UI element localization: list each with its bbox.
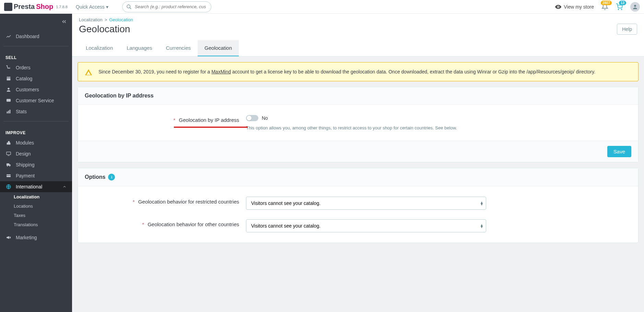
view-store-label: View my store: [564, 4, 594, 10]
quick-access-menu[interactable]: Quick Access ▾: [76, 4, 108, 10]
form-row-geolocation-ip: * Geolocation by IP address No This opti…: [85, 115, 631, 130]
sidebar-item-catalog[interactable]: Catalog: [0, 73, 72, 84]
card-body: * Geolocation behavior for restricted co…: [78, 186, 638, 243]
quick-access-label: Quick Access: [76, 4, 105, 10]
title-row: Geolocation Help: [79, 24, 637, 40]
card-header: Geolocation by IP address: [78, 87, 638, 105]
info-icon[interactable]: i: [108, 174, 115, 181]
tab-languages[interactable]: Languages: [120, 40, 159, 56]
sidebar-item-label: International: [16, 184, 42, 189]
sidebar-item-label: Customers: [16, 87, 39, 92]
sidebar-sub-taxes[interactable]: Taxes: [0, 211, 72, 220]
svg-rect-9: [10, 110, 11, 114]
svg-point-3: [621, 9, 622, 10]
sidebar-section-improve: IMPROVE: [0, 126, 72, 137]
sidebar-sub-translations[interactable]: Translations: [0, 220, 72, 229]
sidebar-item-orders[interactable]: Orders: [0, 62, 72, 73]
sidebar-item-design[interactable]: Design: [0, 148, 72, 159]
help-button[interactable]: Help: [617, 24, 637, 35]
page-header: Localization > Geolocation Geolocation H…: [72, 14, 644, 40]
svg-rect-18: [88, 74, 89, 74]
tabs: Localization Languages Currencies Geoloc…: [72, 40, 644, 57]
sidebar-item-customers[interactable]: Customers: [0, 84, 72, 95]
save-button[interactable]: Save: [607, 146, 631, 157]
chat-icon: [5, 98, 12, 103]
sidebar-item-stats[interactable]: Stats: [0, 106, 72, 117]
required-mark: *: [142, 221, 144, 227]
topbar: PrestaShop 1.7.8.8 Quick Access ▾ View m…: [0, 0, 644, 14]
card-icon: [5, 173, 12, 178]
chevron-down-icon: ▾: [106, 4, 108, 10]
svg-point-0: [127, 5, 130, 8]
notifications-button[interactable]: 2807: [601, 3, 608, 10]
trending-icon: [5, 34, 12, 39]
help-text: This option allows you, among other thin…: [246, 125, 631, 130]
sidebar-sub-localization[interactable]: Localization: [0, 192, 72, 201]
svg-rect-6: [7, 99, 11, 102]
card-options: Options i * Geolocation behavior for res…: [78, 168, 639, 243]
sidebar-item-label: Orders: [16, 65, 31, 70]
sidebar-item-modules[interactable]: Modules: [0, 137, 72, 148]
cart-button[interactable]: 13: [616, 3, 623, 10]
divider: [3, 46, 69, 46]
card-geolocation-ip: Geolocation by IP address * Geolocation …: [78, 87, 639, 162]
chevron-up-icon: [62, 185, 67, 189]
required-mark: *: [173, 117, 175, 123]
svg-point-5: [8, 88, 9, 90]
svg-rect-10: [7, 152, 11, 155]
search-wrap: [122, 1, 211, 12]
form-label: * Geolocation behavior for other countri…: [85, 219, 246, 227]
tab-geolocation[interactable]: Geolocation: [198, 40, 239, 56]
user-icon: [5, 87, 12, 92]
select-restricted-behavior[interactable]: Visitors cannot see your catalog.: [246, 197, 486, 210]
cart-icon: [5, 65, 12, 70]
svg-rect-8: [8, 111, 9, 113]
main-content: Localization > Geolocation Geolocation H…: [72, 0, 644, 312]
sidebar-sub-locations[interactable]: Locations: [0, 201, 72, 211]
sidebar-item-label: Stats: [16, 109, 27, 114]
svg-line-1: [130, 8, 131, 9]
breadcrumb-leaf[interactable]: Geolocation: [109, 17, 133, 22]
warning-icon: [85, 69, 92, 76]
sidebar-item-shipping[interactable]: Shipping: [0, 159, 72, 170]
avatar[interactable]: [630, 2, 640, 12]
label-text: Geolocation by IP address: [179, 117, 239, 123]
svg-rect-7: [7, 112, 8, 113]
logo[interactable]: PrestaShop: [4, 3, 53, 11]
sidebar-item-international[interactable]: International: [0, 181, 72, 192]
form-control: Visitors cannot see your catalog. ▴▾: [246, 219, 631, 232]
alert-link-maxmind[interactable]: MaxMind: [211, 69, 231, 74]
form-control: Visitors cannot see your catalog. ▴▾: [246, 197, 631, 210]
toggle-value: No: [262, 115, 268, 121]
toggle-wrap: No: [246, 115, 631, 121]
breadcrumb-root[interactable]: Localization: [79, 17, 103, 22]
svg-point-13: [9, 166, 10, 167]
logo-text-shop: Shop: [36, 3, 53, 11]
card-footer: Save: [78, 141, 638, 162]
sidebar-item-marketing[interactable]: Marketing: [0, 232, 72, 243]
sidebar-item-label: Payment: [16, 173, 35, 178]
card-body: * Geolocation by IP address No This opti…: [78, 105, 638, 141]
sidebar-item-label: Design: [16, 151, 31, 157]
logo-text-presta: Presta: [14, 3, 35, 11]
red-underline: [174, 127, 248, 128]
globe-icon: [5, 184, 12, 189]
toggle-geolocation-ip[interactable]: [246, 115, 258, 121]
truck-icon: [5, 162, 12, 167]
svg-point-12: [7, 166, 8, 167]
view-store-link[interactable]: View my store: [555, 3, 594, 10]
select-other-behavior[interactable]: Visitors cannot see your catalog.: [246, 219, 486, 232]
tab-currencies[interactable]: Currencies: [159, 40, 198, 56]
card-header: Options i: [78, 168, 638, 186]
store-icon: [5, 76, 12, 81]
tab-localization[interactable]: Localization: [79, 40, 120, 56]
eye-icon: [555, 3, 562, 10]
sidebar-item-dashboard[interactable]: Dashboard: [0, 31, 72, 42]
search-input[interactable]: [122, 1, 211, 12]
select-wrap: Visitors cannot see your catalog. ▴▾: [246, 219, 486, 232]
sidebar-item-customer-service[interactable]: Customer Service: [0, 95, 72, 106]
collapse-sidebar-button[interactable]: [61, 19, 67, 25]
sidebar: Dashboard SELL Orders Catalog Customers …: [0, 0, 72, 312]
svg-point-4: [634, 5, 636, 7]
sidebar-item-payment[interactable]: Payment: [0, 170, 72, 181]
